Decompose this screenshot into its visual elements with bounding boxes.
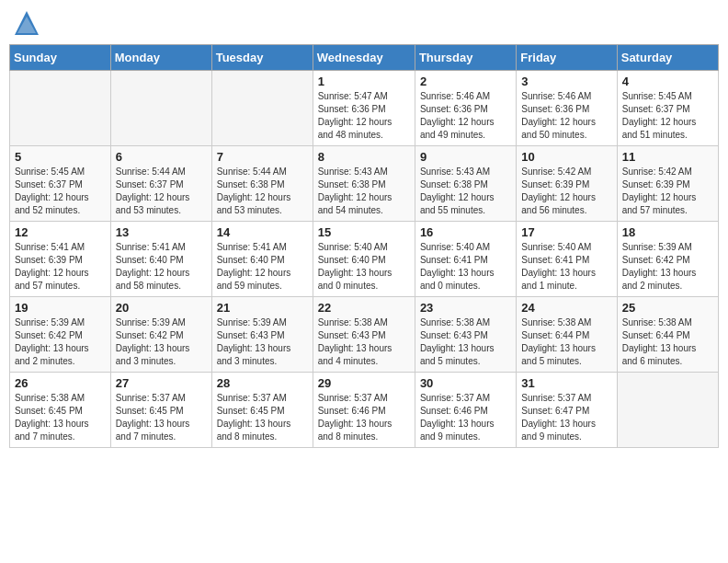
day-info: Sunrise: 5:41 AM Sunset: 6:39 PM Dayligh… (15, 241, 106, 293)
day-number: 27 (116, 376, 207, 390)
calendar-cell (211, 71, 313, 146)
calendar-week-row: 12Sunrise: 5:41 AM Sunset: 6:39 PM Dayli… (10, 222, 719, 297)
calendar-cell: 10Sunrise: 5:42 AM Sunset: 6:39 PM Dayli… (517, 146, 617, 222)
day-number: 4 (622, 75, 713, 88)
calendar-cell: 21Sunrise: 5:39 AM Sunset: 6:43 PM Dayli… (211, 297, 313, 373)
calendar-cell: 12Sunrise: 5:41 AM Sunset: 6:39 PM Dayli… (10, 222, 111, 297)
calendar-week-row: 1Sunrise: 5:47 AM Sunset: 6:36 PM Daylig… (10, 71, 719, 146)
day-number: 1 (318, 75, 410, 88)
calendar-cell (10, 71, 111, 146)
logo-icon (13, 9, 40, 37)
day-info: Sunrise: 5:38 AM Sunset: 6:44 PM Dayligh… (622, 316, 713, 368)
day-number: 9 (420, 150, 511, 164)
calendar-cell: 30Sunrise: 5:37 AM Sunset: 6:46 PM Dayli… (415, 373, 516, 448)
day-number: 20 (116, 301, 207, 315)
calendar-day-header: Monday (110, 45, 211, 71)
calendar-day-header: Friday (517, 45, 617, 71)
calendar-header-row: SundayMondayTuesdayWednesdayThursdayFrid… (10, 45, 719, 71)
day-info: Sunrise: 5:45 AM Sunset: 6:37 PM Dayligh… (622, 90, 713, 142)
calendar-cell (110, 71, 211, 146)
day-info: Sunrise: 5:46 AM Sunset: 6:36 PM Dayligh… (420, 90, 511, 142)
day-info: Sunrise: 5:39 AM Sunset: 6:42 PM Dayligh… (15, 316, 106, 368)
day-number: 30 (420, 376, 511, 390)
day-number: 24 (521, 301, 611, 315)
calendar-cell: 8Sunrise: 5:43 AM Sunset: 6:38 PM Daylig… (313, 146, 415, 222)
calendar-day-header: Thursday (415, 45, 516, 71)
calendar-day-header: Tuesday (211, 45, 313, 71)
day-number: 17 (521, 225, 611, 239)
day-number: 19 (15, 301, 106, 315)
day-number: 18 (622, 225, 713, 239)
calendar-cell: 6Sunrise: 5:44 AM Sunset: 6:37 PM Daylig… (110, 146, 211, 222)
day-info: Sunrise: 5:46 AM Sunset: 6:36 PM Dayligh… (521, 90, 611, 142)
day-info: Sunrise: 5:41 AM Sunset: 6:40 PM Dayligh… (217, 241, 308, 293)
calendar-day-header: Wednesday (313, 45, 415, 71)
day-info: Sunrise: 5:38 AM Sunset: 6:43 PM Dayligh… (420, 316, 511, 368)
calendar-cell: 26Sunrise: 5:38 AM Sunset: 6:45 PM Dayli… (10, 373, 111, 448)
calendar-day-header: Saturday (617, 45, 718, 71)
day-number: 2 (420, 75, 511, 88)
day-info: Sunrise: 5:43 AM Sunset: 6:38 PM Dayligh… (420, 166, 511, 217)
calendar-cell: 19Sunrise: 5:39 AM Sunset: 6:42 PM Dayli… (10, 297, 111, 373)
calendar-cell: 17Sunrise: 5:40 AM Sunset: 6:41 PM Dayli… (517, 222, 617, 297)
day-info: Sunrise: 5:39 AM Sunset: 6:42 PM Dayligh… (116, 316, 207, 368)
day-number: 25 (622, 301, 713, 315)
calendar-cell: 27Sunrise: 5:37 AM Sunset: 6:45 PM Dayli… (110, 373, 211, 448)
calendar-cell: 15Sunrise: 5:40 AM Sunset: 6:40 PM Dayli… (313, 222, 415, 297)
day-number: 11 (622, 150, 713, 164)
day-info: Sunrise: 5:39 AM Sunset: 6:42 PM Dayligh… (622, 241, 713, 293)
calendar-cell: 29Sunrise: 5:37 AM Sunset: 6:46 PM Dayli… (313, 373, 415, 448)
calendar-cell: 5Sunrise: 5:45 AM Sunset: 6:37 PM Daylig… (10, 146, 111, 222)
calendar-cell: 22Sunrise: 5:38 AM Sunset: 6:43 PM Dayli… (313, 297, 415, 373)
day-number: 8 (318, 150, 410, 164)
day-info: Sunrise: 5:38 AM Sunset: 6:44 PM Dayligh… (521, 316, 611, 368)
day-number: 28 (217, 376, 308, 390)
calendar-week-row: 5Sunrise: 5:45 AM Sunset: 6:37 PM Daylig… (10, 146, 719, 222)
calendar-cell (617, 373, 718, 448)
day-number: 21 (217, 301, 308, 315)
calendar-cell: 13Sunrise: 5:41 AM Sunset: 6:40 PM Dayli… (110, 222, 211, 297)
day-info: Sunrise: 5:47 AM Sunset: 6:36 PM Dayligh… (318, 90, 410, 142)
day-info: Sunrise: 5:44 AM Sunset: 6:37 PM Dayligh… (116, 166, 207, 217)
day-info: Sunrise: 5:43 AM Sunset: 6:38 PM Dayligh… (318, 166, 410, 217)
day-info: Sunrise: 5:37 AM Sunset: 6:46 PM Dayligh… (318, 392, 410, 443)
day-info: Sunrise: 5:39 AM Sunset: 6:43 PM Dayligh… (217, 316, 308, 368)
day-info: Sunrise: 5:41 AM Sunset: 6:40 PM Dayligh… (116, 241, 207, 293)
calendar-day-header: Sunday (10, 45, 111, 71)
day-number: 12 (15, 225, 106, 239)
day-info: Sunrise: 5:42 AM Sunset: 6:39 PM Dayligh… (521, 166, 611, 217)
calendar-cell: 18Sunrise: 5:39 AM Sunset: 6:42 PM Dayli… (617, 222, 718, 297)
day-number: 7 (217, 150, 308, 164)
day-number: 16 (420, 225, 511, 239)
calendar-cell: 20Sunrise: 5:39 AM Sunset: 6:42 PM Dayli… (110, 297, 211, 373)
calendar-cell: 2Sunrise: 5:46 AM Sunset: 6:36 PM Daylig… (415, 71, 516, 146)
day-info: Sunrise: 5:42 AM Sunset: 6:39 PM Dayligh… (622, 166, 713, 217)
day-info: Sunrise: 5:37 AM Sunset: 6:47 PM Dayligh… (521, 392, 611, 443)
day-info: Sunrise: 5:40 AM Sunset: 6:41 PM Dayligh… (521, 241, 611, 293)
day-number: 29 (318, 376, 410, 390)
calendar-cell: 4Sunrise: 5:45 AM Sunset: 6:37 PM Daylig… (617, 71, 718, 146)
day-number: 10 (521, 150, 611, 164)
calendar-cell: 9Sunrise: 5:43 AM Sunset: 6:38 PM Daylig… (415, 146, 516, 222)
day-number: 31 (521, 376, 611, 390)
calendar-cell: 1Sunrise: 5:47 AM Sunset: 6:36 PM Daylig… (313, 71, 415, 146)
day-number: 5 (15, 150, 106, 164)
day-number: 14 (217, 225, 308, 239)
logo (13, 9, 44, 37)
day-number: 23 (420, 301, 511, 315)
day-info: Sunrise: 5:38 AM Sunset: 6:45 PM Dayligh… (15, 392, 106, 443)
calendar-week-row: 19Sunrise: 5:39 AM Sunset: 6:42 PM Dayli… (10, 297, 719, 373)
calendar-cell: 31Sunrise: 5:37 AM Sunset: 6:47 PM Dayli… (517, 373, 617, 448)
day-info: Sunrise: 5:45 AM Sunset: 6:37 PM Dayligh… (15, 166, 106, 217)
day-number: 13 (116, 225, 207, 239)
calendar-cell: 7Sunrise: 5:44 AM Sunset: 6:38 PM Daylig… (211, 146, 313, 222)
calendar-table: SundayMondayTuesdayWednesdayThursdayFrid… (9, 44, 719, 448)
day-info: Sunrise: 5:37 AM Sunset: 6:45 PM Dayligh… (217, 392, 308, 443)
calendar-cell: 25Sunrise: 5:38 AM Sunset: 6:44 PM Dayli… (617, 297, 718, 373)
day-info: Sunrise: 5:40 AM Sunset: 6:40 PM Dayligh… (318, 241, 410, 293)
calendar-cell: 14Sunrise: 5:41 AM Sunset: 6:40 PM Dayli… (211, 222, 313, 297)
calendar-cell: 3Sunrise: 5:46 AM Sunset: 6:36 PM Daylig… (517, 71, 617, 146)
day-info: Sunrise: 5:40 AM Sunset: 6:41 PM Dayligh… (420, 241, 511, 293)
day-info: Sunrise: 5:44 AM Sunset: 6:38 PM Dayligh… (217, 166, 308, 217)
calendar-cell: 28Sunrise: 5:37 AM Sunset: 6:45 PM Dayli… (211, 373, 313, 448)
